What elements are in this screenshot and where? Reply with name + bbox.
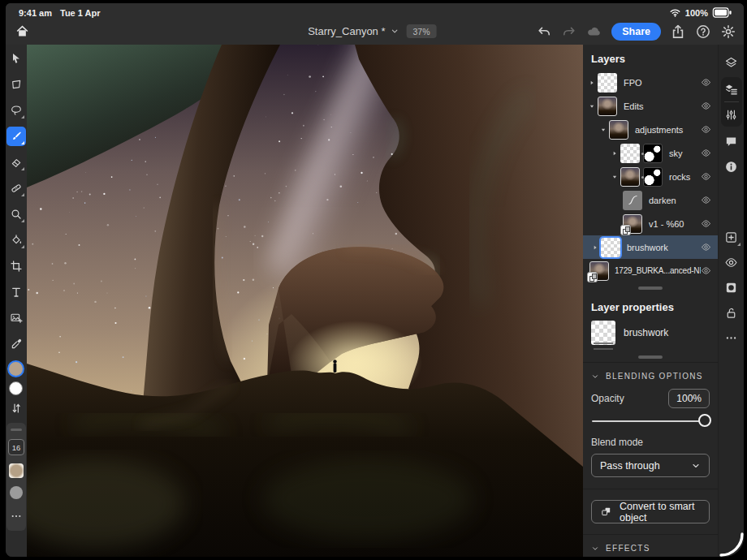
chevron-down-icon <box>691 461 701 471</box>
opacity-value[interactable]: 100% <box>668 389 710 408</box>
blend-mode-dropdown[interactable]: Pass through <box>591 454 710 477</box>
more-options-button[interactable] <box>721 327 742 348</box>
opacity-slider-knob[interactable] <box>698 414 711 427</box>
status-time: 9:41 am <box>19 8 52 18</box>
layer-properties-rail-button[interactable] <box>721 104 742 125</box>
visibility-toggle[interactable] <box>701 77 711 88</box>
collapse-icon[interactable] <box>611 174 620 180</box>
visibility-toggle[interactable] <box>701 148 711 158</box>
background-color-chip[interactable] <box>9 381 23 395</box>
color-chips[interactable] <box>6 362 26 395</box>
layer-thumbnail[interactable] <box>620 144 640 163</box>
visibility-toggle[interactable] <box>701 171 711 182</box>
opacity-slider[interactable] <box>592 420 705 422</box>
tool-bar: 16 <box>6 45 27 557</box>
visibility-toggle[interactable] <box>701 124 711 135</box>
layer-row-sky[interactable]: sky <box>583 141 718 165</box>
lock-layer-button[interactable] <box>721 302 742 323</box>
redo-button[interactable] <box>561 24 577 40</box>
place-image-tool[interactable] <box>6 308 26 328</box>
layer-mask-thumbnail[interactable] <box>643 144 663 163</box>
visibility-toggle[interactable] <box>701 265 711 276</box>
layer-thumbnail[interactable] <box>601 238 620 257</box>
panel-resize-handle[interactable] <box>638 286 663 290</box>
layer-visibility-button[interactable] <box>721 252 742 273</box>
brush-more-options[interactable] <box>6 506 26 526</box>
brush-hardness-swatch[interactable] <box>10 486 23 499</box>
document-title-menu[interactable]: Starry_Canyon * <box>308 25 399 37</box>
eraser-tool[interactable] <box>6 153 26 172</box>
layer-mask-thumbnail[interactable] <box>643 167 663 187</box>
collapse-icon[interactable] <box>600 127 609 133</box>
layer-thumbnail[interactable] <box>620 167 640 187</box>
healing-brush-tool[interactable] <box>6 179 26 198</box>
layer-thumbnail[interactable] <box>589 261 609 281</box>
convert-to-smart-object-button[interactable]: Convert to smart object <box>591 500 710 523</box>
drag-handle[interactable] <box>11 429 22 431</box>
foreground-color-chip[interactable] <box>9 362 23 376</box>
layer-row-v1[interactable]: v1 - %60 <box>583 212 718 235</box>
layer-thumbnail[interactable] <box>623 214 642 234</box>
visibility-toggle[interactable] <box>701 101 711 111</box>
settings-button[interactable] <box>720 24 736 40</box>
crop-tool[interactable] <box>6 256 26 276</box>
help-button[interactable] <box>695 24 711 40</box>
opacity-label: Opacity <box>591 393 624 404</box>
adjustment-layer-thumbnail[interactable] <box>623 191 642 210</box>
cloud-sync-icon[interactable] <box>586 24 602 40</box>
layer-mask-button[interactable] <box>721 277 742 298</box>
smart-object-badge <box>620 225 631 235</box>
magnify-tool[interactable] <box>6 205 26 224</box>
undo-button[interactable] <box>536 24 552 40</box>
share-button[interactable]: Share <box>611 23 661 41</box>
app-toolbar: Starry_Canyon * 37% Share <box>6 19 744 44</box>
layer-row-brushwork-selected[interactable]: brushwork <box>583 235 718 259</box>
eyedropper-tool[interactable] <box>6 334 26 354</box>
layers-rail-button[interactable] <box>721 52 742 73</box>
person-silhouette <box>333 360 336 373</box>
add-layer-button[interactable] <box>721 226 742 248</box>
canvas[interactable] <box>27 45 583 557</box>
active-rail-group <box>721 77 742 127</box>
selected-layer-name: brushwork <box>624 327 668 338</box>
layer-row-adjustments[interactable]: adjustments <box>583 118 718 141</box>
expand-icon[interactable] <box>611 150 620 157</box>
panel-resize-handle[interactable] <box>638 355 663 359</box>
visibility-toggle[interactable] <box>701 242 711 252</box>
visibility-toggle[interactable] <box>701 218 711 229</box>
fill-tool[interactable] <box>6 230 26 250</box>
transform-tool[interactable] <box>6 75 26 94</box>
layer-name: rocks <box>669 172 701 182</box>
layer-list-rail-button[interactable] <box>721 79 742 100</box>
blending-options-header[interactable]: BLENDING OPTIONS <box>583 363 718 388</box>
layer-thumbnail[interactable] <box>609 120 628 140</box>
layer-name: adjustments <box>635 125 701 135</box>
export-button[interactable] <box>670 24 686 40</box>
layer-name: 1729_BURKA...anced-NR33 <box>615 266 701 275</box>
layer-thumbnail[interactable] <box>598 97 617 116</box>
expand-icon[interactable] <box>589 80 598 86</box>
layer-row-background[interactable]: 1729_BURKA...anced-NR33 <box>583 259 718 282</box>
layer-row-edits[interactable]: Edits <box>583 94 718 118</box>
home-button[interactable] <box>13 23 31 41</box>
brush-tip-preview[interactable] <box>9 463 24 478</box>
effects-header[interactable]: EFFECTS <box>583 535 718 557</box>
brush-tool[interactable] <box>6 127 26 146</box>
layer-row-fpo[interactable]: FPO <box>583 71 718 94</box>
layer-row-rocks[interactable]: rocks <box>583 165 718 188</box>
swap-colors-button[interactable] <box>6 398 26 418</box>
brush-size-badge[interactable]: 16 <box>8 439 24 455</box>
visibility-toggle[interactable] <box>701 195 711 205</box>
move-tool[interactable] <box>6 49 26 68</box>
info-rail-button[interactable] <box>721 156 742 177</box>
lasso-select-tool[interactable] <box>6 101 26 120</box>
type-tool[interactable] <box>6 282 26 302</box>
blend-mode-label: Blend mode <box>583 435 718 454</box>
layer-row-darken[interactable]: darken <box>583 188 718 212</box>
zoom-level-badge[interactable]: 37% <box>407 24 437 38</box>
ipad-frame: 9:41 am Tue 1 Apr 100% Starry_Canyon * 3… <box>0 0 747 560</box>
collapse-icon[interactable] <box>589 103 598 110</box>
layer-thumbnail[interactable] <box>598 73 617 93</box>
comments-rail-button[interactable] <box>721 131 742 152</box>
expand-icon[interactable] <box>592 244 601 251</box>
